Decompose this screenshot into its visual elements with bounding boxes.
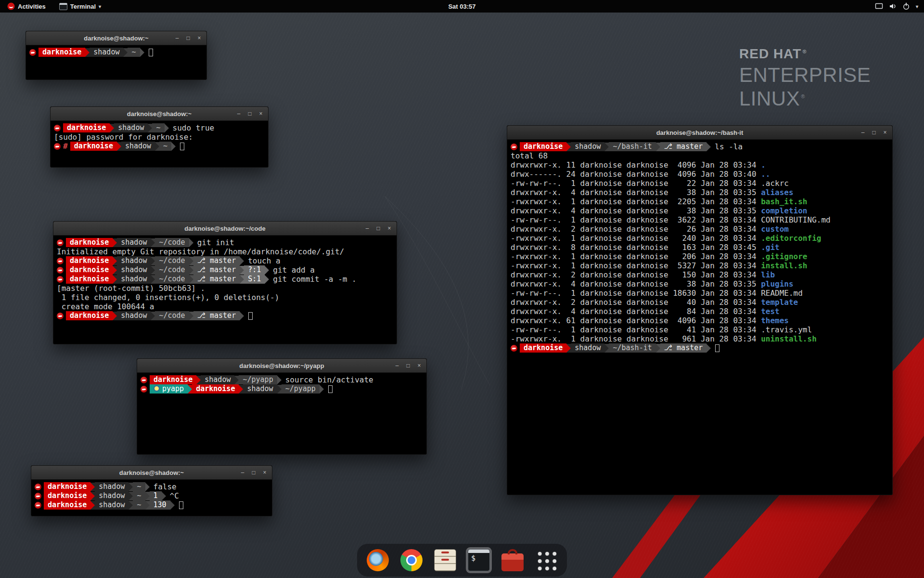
powerline-arrow-icon: [151, 257, 155, 265]
terminal-window-pyapp[interactable]: darknoise@shadow:~/pyapp–□×darknoiseshad…: [137, 358, 427, 455]
close-button[interactable]: ×: [194, 34, 204, 43]
file-list-row: -rwxrwxr-x. 1 darknoise darknoise 961 Ja…: [511, 334, 889, 343]
window-titlebar[interactable]: darknoise@shadow:~/bash-it–□×: [507, 126, 892, 140]
powerline-arrow-icon: [90, 483, 95, 491]
prompt-line: darknoiseshadow~/code⎇ master?:1git add …: [57, 265, 393, 275]
dock-item-chrome[interactable]: [398, 547, 424, 573]
minimize-button[interactable]: –: [234, 109, 244, 118]
close-button[interactable]: ×: [414, 361, 424, 370]
prompt-segment-user: darknoise: [192, 384, 239, 394]
redhat-prompt-icon: [57, 267, 64, 274]
prompt-segment-user: darknoise: [66, 238, 113, 247]
dock-item-files[interactable]: [432, 547, 458, 573]
prompt-segment-host: shadow: [117, 265, 151, 275]
terminal-window-sudo[interactable]: darknoise@shadow:~–□×darknoiseshadow~sud…: [50, 106, 269, 168]
minimize-button[interactable]: –: [858, 128, 868, 137]
terminal-window-exitcodes[interactable]: darknoise@shadow:~–□×darknoiseshadow~fal…: [31, 465, 272, 516]
redhat-prompt-icon: [57, 313, 64, 319]
system-status-area[interactable]: ▾: [875, 0, 924, 13]
powerline-arrow-icon: [604, 344, 609, 353]
window-title: darknoise@shadow:~/code: [184, 225, 265, 232]
chrome-icon: [400, 549, 423, 571]
close-button[interactable]: ×: [880, 128, 890, 137]
powerline-arrow-icon: [155, 142, 159, 151]
maximize-button[interactable]: □: [183, 34, 193, 43]
minimize-button[interactable]: –: [362, 224, 372, 233]
terminal-output[interactable]: darknoiseshadow~falsedarknoiseshadow~1^C…: [31, 480, 272, 516]
prompt-segment-path: ~/pyapp: [282, 384, 320, 394]
file-attributes: -rwxrwxr-x. 1 darknoise darknoise 961 Ja…: [511, 334, 761, 343]
maximize-button[interactable]: □: [245, 109, 255, 118]
window-titlebar[interactable]: darknoise@shadow:~/pyapp–□×: [137, 359, 426, 373]
file-name: ..: [761, 170, 770, 179]
prompt-segment-path: ~/code: [155, 265, 189, 275]
file-attributes: -rw-rw-r--. 1 darknoise darknoise 41 Jan…: [511, 325, 761, 334]
output-line: Initialized empty Git repository in /hom…: [57, 247, 393, 256]
terminal-window-bashit[interactable]: darknoise@shadow:~/bash-it–□×darknoisesh…: [507, 125, 893, 495]
powerline-arrow-icon: [656, 344, 660, 353]
prompt-segment-path: ~/bash-it: [609, 343, 655, 353]
command-text: ls -la: [715, 142, 743, 151]
prompt-segment-path: ~/code: [155, 238, 189, 247]
file-name: aliases: [761, 188, 793, 197]
window-titlebar[interactable]: darknoise@shadow:~/code–□×: [53, 222, 397, 236]
powerline-arrow-icon: [240, 312, 244, 320]
powerline-arrow-icon: [128, 483, 133, 491]
window-titlebar[interactable]: darknoise@shadow:~–□×: [51, 107, 268, 121]
dock-item-appgrid[interactable]: [533, 547, 559, 573]
powerline-arrow-icon: [265, 266, 269, 275]
close-button[interactable]: ×: [256, 109, 266, 118]
terminal-cursor: [149, 49, 153, 56]
powerline-arrow-icon: [240, 275, 244, 284]
powerline-arrow-icon: [189, 266, 193, 275]
minimize-button[interactable]: –: [238, 468, 247, 477]
terminal-window-code[interactable]: darknoise@shadow:~/code–□×darknoiseshado…: [53, 221, 397, 344]
powerline-arrow-icon: [113, 312, 117, 320]
dock-item-firefox[interactable]: [365, 547, 391, 573]
terminal-window-home-1[interactable]: darknoise@shadow:~–□×darknoiseshadow~: [26, 31, 207, 80]
dock-item-terminal[interactable]: [466, 547, 492, 573]
terminal-output[interactable]: darknoiseshadow~/codegit initInitialized…: [53, 236, 397, 344]
prompt-segment-path: ~: [152, 123, 164, 132]
powerline-arrow-icon: [151, 312, 155, 320]
maximize-button[interactable]: □: [373, 224, 383, 233]
command-text: false: [154, 482, 177, 491]
window-controls: –□×: [858, 126, 890, 139]
close-button[interactable]: ×: [385, 224, 394, 233]
dock: [357, 544, 567, 577]
file-name: bash_it.sh: [761, 197, 807, 206]
minimize-button[interactable]: –: [392, 361, 402, 370]
terminal-output[interactable]: darknoiseshadow~sudo true[sudo] password…: [51, 121, 268, 168]
dock-item-toolbox[interactable]: [500, 547, 526, 573]
top-bar: Activities Terminal ▾ Sat 03:57 ▾: [0, 0, 924, 13]
file-name: .travis.yml: [761, 325, 812, 334]
window-titlebar[interactable]: darknoise@shadow:~–□×: [31, 466, 272, 480]
redhat-prompt-icon: [57, 239, 64, 246]
prompt-segment-path: ~: [133, 491, 145, 500]
prompt-segment-host: shadow: [95, 482, 128, 491]
output-line: 1 file changed, 0 insertions(+), 0 delet…: [57, 293, 393, 302]
terminal-output[interactable]: darknoiseshadow~: [26, 45, 206, 80]
file-attributes: drwxrwxr-x. 8 darknoise darknoise 163 Ja…: [511, 243, 761, 252]
prompt-segment-host: shadow: [90, 48, 123, 57]
prompt-segment-host: shadow: [121, 142, 155, 151]
prompt-segment-host: shadow: [117, 238, 151, 247]
prompt-line: darknoiseshadow~/code⎇ master: [57, 311, 393, 320]
maximize-button[interactable]: □: [403, 361, 413, 370]
file-list-row: -rwxrwxr-x. 1 darknoise darknoise 206 Ja…: [511, 252, 889, 261]
terminal-output[interactable]: darknoiseshadow~/bash-it⎇ masterls -lato…: [507, 140, 892, 495]
close-button[interactable]: ×: [260, 468, 270, 477]
window-titlebar[interactable]: darknoise@shadow:~–□×: [26, 31, 206, 45]
maximize-button[interactable]: □: [249, 468, 258, 477]
powerline-arrow-icon: [151, 266, 155, 275]
powerline-arrow-icon: [113, 238, 117, 247]
maximize-button[interactable]: □: [869, 128, 879, 137]
prompt-segment-host: shadow: [201, 375, 234, 384]
powerline-arrow-icon: [85, 48, 90, 57]
clock[interactable]: Sat 03:57: [0, 3, 924, 10]
redhat-prompt-icon: [141, 386, 147, 393]
redhat-prompt-icon: [54, 143, 61, 150]
terminal-output[interactable]: darknoiseshadow~/pyappsource bin/activat…: [137, 373, 426, 455]
file-list-row: drwx------. 24 darknoise darknoise 4096 …: [511, 170, 889, 179]
minimize-button[interactable]: –: [172, 34, 182, 43]
